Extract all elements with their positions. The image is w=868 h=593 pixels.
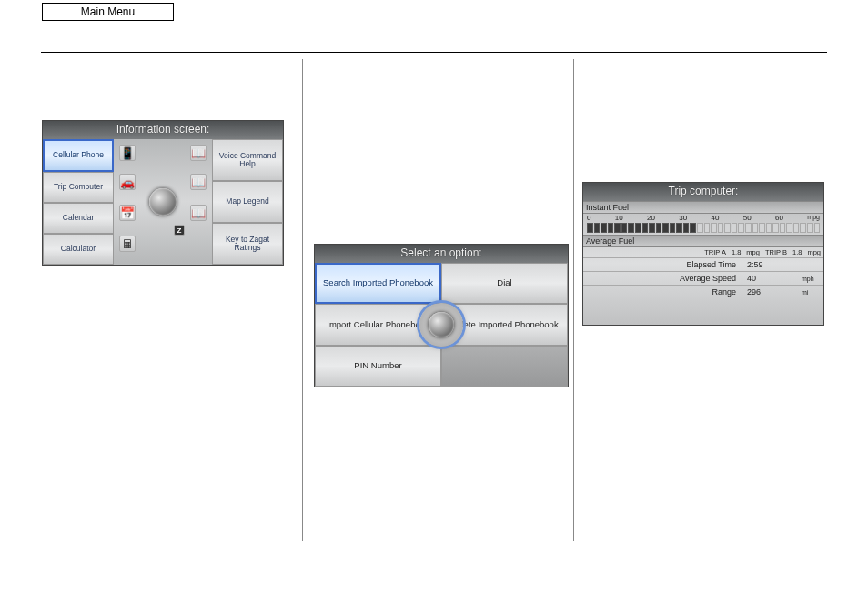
- joystick-knob[interactable]: [429, 312, 454, 337]
- car-icon: 🚗: [119, 174, 136, 190]
- fuel-bar-segment: [800, 223, 806, 233]
- select-option-title: Select an option:: [315, 245, 568, 263]
- cellular-phone-button[interactable]: Cellular Phone: [43, 139, 114, 172]
- fuel-bar-segment: [608, 223, 614, 233]
- fuel-bar-segment: [718, 223, 724, 233]
- trip-computer-title: Trip computer:: [583, 183, 823, 201]
- fuel-bar-segment: [594, 223, 601, 233]
- range-row: Range 296 mi: [583, 285, 823, 298]
- fuel-scale: 0 10 20 30 40 50 60 mpg: [583, 214, 823, 222]
- fuel-bar-segment: [807, 223, 813, 233]
- main-menu-button[interactable]: Main Menu: [42, 3, 174, 21]
- row-unit: mi: [802, 287, 820, 296]
- fuel-bar-segment: [732, 223, 738, 233]
- fuel-bar-segment: [656, 223, 662, 233]
- fuel-bar-segment: [772, 223, 779, 233]
- book-icon: 📖: [190, 174, 207, 190]
- fuel-bar-segment: [649, 223, 655, 233]
- fuel-bar-segment: [621, 223, 628, 233]
- fuel-bar-segment: [780, 223, 786, 233]
- fuel-bar-segment: [766, 223, 772, 233]
- trip-a-value: 1.8: [732, 248, 741, 256]
- book-icon: 📖: [190, 205, 207, 221]
- key-to-zagat-button[interactable]: Key to Zagat Ratings: [212, 223, 283, 265]
- row-value: 40: [747, 274, 802, 283]
- row-value: 296: [747, 287, 802, 296]
- scale-tick: 20: [647, 214, 655, 222]
- column-divider-2: [573, 59, 574, 541]
- fuel-bar-segment: [628, 223, 634, 233]
- scale-tick: 50: [743, 214, 752, 222]
- elapsed-time-row: Elapsed Time 2:59: [583, 257, 823, 271]
- instant-fuel-label: Instant Fuel: [583, 201, 823, 214]
- column-divider-1: [302, 59, 303, 541]
- trip-b-unit: mpg: [807, 248, 821, 256]
- scale-tick: 60: [775, 214, 783, 222]
- average-fuel-label: Average Fuel: [583, 235, 823, 247]
- fuel-bar-segment: [662, 223, 669, 233]
- fuel-bar-segment: [676, 223, 682, 233]
- fuel-bar-segment: [635, 223, 641, 233]
- calendar-button[interactable]: Calendar: [43, 203, 114, 234]
- fuel-bar-segment: [724, 223, 731, 233]
- fuel-bar-segment: [642, 223, 649, 233]
- fuel-bar-segment: [738, 223, 744, 233]
- joystick-ring: [419, 303, 463, 347]
- information-screen-center: 📱 📖 🚗 📖 📅 📖 🖩 Z: [114, 139, 212, 265]
- information-screen-device: Information screen: Cellular Phone Trip …: [42, 120, 284, 266]
- information-screen-title: Information screen:: [43, 121, 283, 139]
- scale-tick: 30: [679, 214, 687, 222]
- scale-tick: 40: [712, 214, 720, 222]
- fuel-bar-segment: [670, 223, 676, 233]
- phone-icon: 📱: [119, 145, 136, 161]
- fuel-bar-segment: [752, 223, 759, 233]
- calculator-icon: 🖩: [119, 236, 136, 252]
- fuel-bar-segment: [683, 223, 690, 233]
- average-fuel-row: TRIP A 1.8 mpg TRIP B 1.8 mpg: [583, 247, 823, 257]
- empty-slot: [441, 346, 568, 387]
- zagat-icon: Z: [174, 225, 185, 236]
- row-unit: [802, 260, 820, 269]
- pin-number-button[interactable]: PIN Number: [315, 346, 441, 387]
- select-option-device: Select an option: Search Imported Phoneb…: [314, 244, 569, 387]
- row-label: Average Speed: [587, 274, 747, 283]
- dial-button[interactable]: Dial: [441, 263, 568, 304]
- joystick-knob[interactable]: [149, 188, 177, 216]
- fuel-bar-segment: [601, 223, 607, 233]
- row-label: Elapsed Time: [587, 260, 747, 269]
- average-speed-row: Average Speed 40 mph: [583, 271, 823, 285]
- fuel-bar-segment: [745, 223, 752, 233]
- trip-a-unit: mpg: [746, 248, 760, 256]
- trip-a-label: TRIP A: [704, 248, 726, 256]
- map-legend-button[interactable]: Map Legend: [212, 181, 283, 223]
- search-imported-phonebook-button[interactable]: Search Imported Phonebook: [315, 263, 441, 304]
- calendar-icon: 📅: [119, 205, 136, 221]
- fuel-bar-segment: [711, 223, 717, 233]
- row-unit: mph: [802, 274, 820, 283]
- scale-tick: 0: [587, 214, 590, 222]
- fuel-bar-segment: [793, 223, 800, 233]
- row-label: Range: [587, 287, 747, 296]
- fuel-bar-segment: [587, 223, 593, 233]
- fuel-bar-gauge: [583, 222, 823, 235]
- divider-top: [41, 52, 827, 53]
- row-value: 2:59: [747, 260, 802, 269]
- book-icon: 📖: [190, 145, 207, 161]
- trip-b-label: TRIP B: [765, 248, 787, 256]
- scale-tick: 10: [615, 214, 623, 222]
- fuel-bar-segment: [704, 223, 711, 233]
- scale-unit: mpg: [807, 214, 820, 222]
- fuel-bar-segment: [690, 223, 696, 233]
- trip-b-value: 1.8: [792, 248, 802, 256]
- fuel-bar-segment: [814, 223, 821, 233]
- trip-computer-device: Trip computer: Instant Fuel 0 10 20 30 4…: [582, 182, 824, 326]
- fuel-bar-segment: [614, 223, 621, 233]
- trip-computer-button[interactable]: Trip Computer: [43, 172, 114, 203]
- fuel-bar-segment: [786, 223, 792, 233]
- fuel-bar-segment: [697, 223, 703, 233]
- fuel-bar-segment: [759, 223, 765, 233]
- calculator-button[interactable]: Calculator: [43, 234, 114, 265]
- voice-command-help-button[interactable]: Voice Command Help: [212, 139, 283, 181]
